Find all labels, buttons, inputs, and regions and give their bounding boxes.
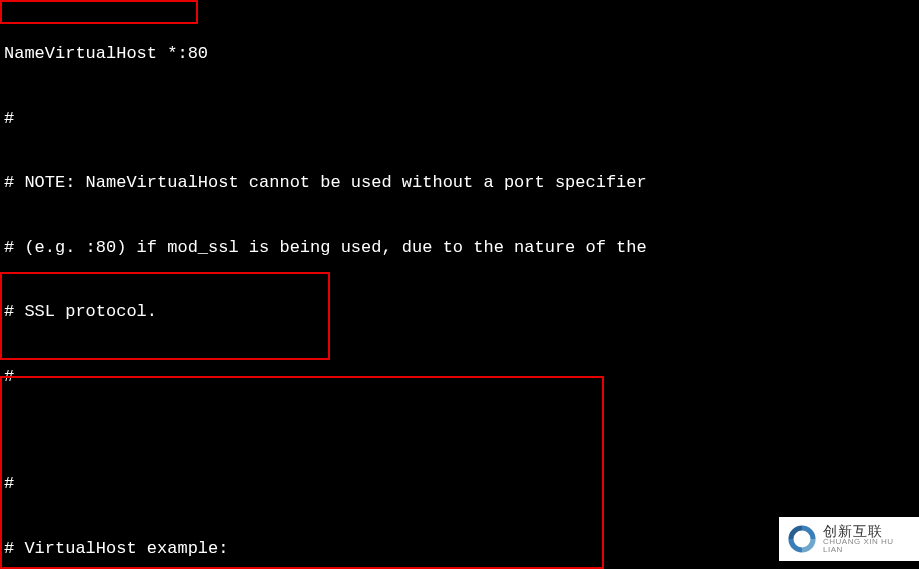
- code-line: #: [0, 108, 919, 130]
- code-line: #: [0, 473, 919, 495]
- code-line: # SSL protocol.: [0, 301, 919, 323]
- config-file-content: NameVirtualHost *:80 # # NOTE: NameVirtu…: [0, 0, 919, 569]
- watermark-text: 创新互联 CHUANG XIN HU LIAN: [823, 524, 913, 554]
- watermark-logo-icon: [785, 522, 819, 556]
- watermark-subtitle: CHUANG XIN HU LIAN: [823, 538, 913, 554]
- watermark: 创新互联 CHUANG XIN HU LIAN: [779, 517, 919, 561]
- code-line: NameVirtualHost *:80: [0, 43, 919, 65]
- code-line: # NOTE: NameVirtualHost cannot be used w…: [0, 172, 919, 194]
- code-line: # (e.g. :80) if mod_ssl is being used, d…: [0, 237, 919, 259]
- code-line: #: [0, 366, 919, 388]
- watermark-title: 创新互联: [823, 524, 913, 538]
